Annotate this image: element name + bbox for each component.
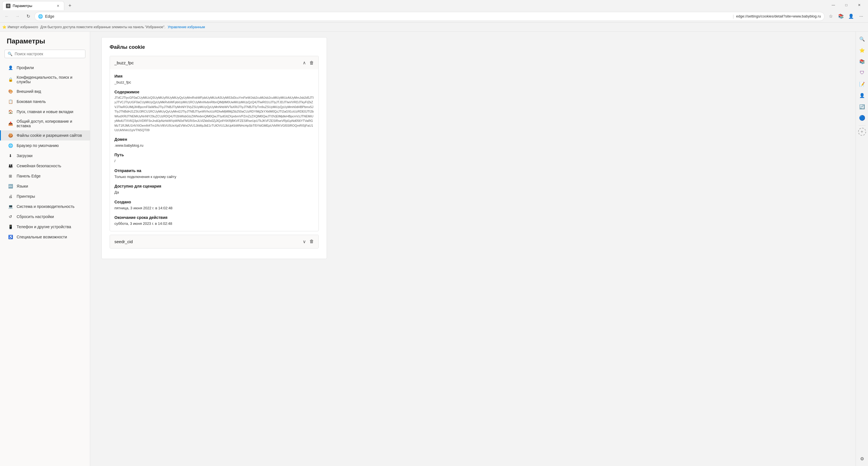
tab-close-button[interactable]: ✕: [56, 3, 61, 8]
right-collections-button[interactable]: 📚: [857, 56, 867, 66]
field-content: Содержимое JTdCJTIycGF0aCUyMiUzQSUyMiUyR…: [115, 90, 314, 133]
cookie-collapse-button-1[interactable]: ∧: [303, 60, 306, 65]
window-controls: — □ ✕: [827, 0, 866, 10]
nav-label-sidebar-panel: Боковая панель: [17, 99, 45, 104]
nav-icon-edge-panel: ⊞: [8, 173, 13, 179]
collections-button[interactable]: 📚: [836, 12, 845, 21]
nav-label-downloads: Загрузки: [17, 153, 32, 158]
address-bar[interactable]: 🌐 Edge | edge://settings/cookies/detail?…: [34, 12, 825, 21]
field-script: Доступно для сценария Да: [115, 184, 314, 195]
cookie-header-2[interactable]: seedr_cid ∨ 🗑: [110, 235, 318, 248]
favorites-button[interactable]: ☆: [826, 12, 835, 21]
field-expires-value: суббота, 3 июня 2023 г. в 14:02:48: [115, 221, 314, 227]
field-path-label: Путь: [115, 153, 314, 157]
nav-icon-privacy: 🔒: [8, 77, 13, 82]
search-input[interactable]: [14, 52, 82, 56]
sidebar-item-profiles[interactable]: 👤 Профили: [0, 63, 90, 73]
profile-button[interactable]: 👤: [846, 12, 856, 21]
refresh-button[interactable]: ↻: [24, 12, 33, 21]
sidebar-item-cookies[interactable]: 🍪 Файлы cookie и разрешения сайтов: [0, 130, 90, 141]
content-area: Параметры 🔍 👤 Профили 🔒 Конфиденциальнос…: [0, 32, 868, 466]
sidebar-item-newtab[interactable]: 🏠 Пуск, главная и новые вкладки: [0, 107, 90, 117]
minimize-button[interactable]: —: [827, 0, 840, 10]
nav-icon-sidebar-panel: 📋: [8, 99, 13, 105]
field-path-value: /: [115, 158, 314, 164]
nav-label-accessibility: Специальные возможности: [17, 235, 67, 239]
sidebar-item-languages[interactable]: 🔤 Языки: [0, 181, 90, 191]
cookie-delete-button-1[interactable]: 🗑: [309, 60, 314, 65]
close-button[interactable]: ✕: [853, 0, 866, 10]
sidebar-item-edge-panel[interactable]: ⊞ Панель Edge: [0, 171, 90, 181]
sidebar-item-sidebar-panel[interactable]: 📋 Боковая панель: [0, 96, 90, 107]
tab-favicon: ⚙: [6, 4, 10, 8]
right-separator: [859, 125, 865, 125]
sidebar-item-privacy[interactable]: 🔒 Конфиденциальность, поиск и службы: [0, 73, 90, 86]
sidebar-item-system[interactable]: 💻 Система и производительность: [0, 201, 90, 211]
sidebar-item-share[interactable]: 📤 Общий доступ, копирование и вставка: [0, 117, 90, 130]
sidebar-item-reset[interactable]: ↺ Сбросить настройки: [0, 211, 90, 222]
cookie-header-1[interactable]: _buzz_fpc ∧ 🗑: [110, 56, 318, 69]
cookie-actions-2: ∨ 🗑: [303, 239, 314, 244]
search-box[interactable]: 🔍: [4, 50, 85, 58]
right-profile-button[interactable]: 👤: [857, 90, 867, 100]
nav-label-printers: Принтеры: [17, 194, 35, 199]
right-shield-button[interactable]: 🛡: [857, 68, 867, 78]
cookie-expand-button-2[interactable]: ∨: [303, 239, 306, 244]
sidebar-item-phone[interactable]: 📱 Телефон и другие устройства: [0, 222, 90, 232]
right-sync-button[interactable]: 🔄: [857, 101, 867, 112]
nav-label-phone: Телефон и другие устройства: [17, 225, 71, 229]
nav-icon-languages: 🔤: [8, 183, 13, 189]
sidebar-item-accessibility[interactable]: ♿ Специальные возможности: [0, 232, 90, 242]
sidebar-item-printers[interactable]: 🖨 Принтеры: [0, 191, 90, 201]
sidebar-nav: 👤 Профили 🔒 Конфиденциальность, поиск и …: [0, 63, 90, 242]
right-edge-button[interactable]: 🔵: [857, 113, 867, 123]
import-icon: ⭐: [2, 25, 6, 29]
nav-icon-appearance: 🎨: [8, 89, 13, 94]
address-divider: |: [733, 14, 734, 19]
field-send-value: Только подключения к одному сайту: [115, 174, 314, 180]
sidebar-item-appearance[interactable]: 🎨 Внешний вид: [0, 86, 90, 96]
field-expires-label: Окончание срока действия: [115, 215, 314, 220]
nav-label-share: Общий доступ, копирование и вставка: [17, 119, 83, 128]
nav-label-languages: Языки: [17, 184, 28, 188]
sidebar-item-family[interactable]: 👨‍👩‍👧 Семейная безопасность: [0, 161, 90, 171]
nav-icon-cookies: 🍪: [8, 133, 13, 138]
nav-actions: ☆ 📚 👤 ···: [826, 12, 866, 21]
nav-label-newtab: Пуск, главная и новые вкладки: [17, 110, 73, 114]
nav-bar: ← → ↻ 🌐 Edge | edge://settings/cookies/d…: [0, 10, 868, 23]
field-created: Создано пятница, 3 июня 2022 г. в 14:02:…: [115, 200, 314, 211]
manage-favorites-link[interactable]: Управление избранным: [168, 25, 205, 29]
nav-icon-accessibility: ♿: [8, 234, 13, 240]
back-button[interactable]: ←: [2, 12, 11, 21]
new-tab-button[interactable]: +: [65, 1, 74, 10]
address-brand: Edge: [45, 14, 731, 19]
field-path: Путь /: [115, 153, 314, 164]
nav-icon-profiles: 👤: [8, 65, 13, 70]
cookie-delete-button-2[interactable]: 🗑: [309, 239, 314, 244]
field-domain-label: Домен: [115, 137, 314, 142]
more-button[interactable]: ···: [857, 12, 866, 21]
nav-icon-printers: 🖨: [8, 194, 13, 199]
maximize-button[interactable]: □: [840, 0, 853, 10]
sidebar-item-downloads[interactable]: ⬇ Загрузки: [0, 151, 90, 161]
right-search-button[interactable]: 🔍: [857, 34, 867, 44]
cookie-section: Файлы cookie _buzz_fpc ∧ 🗑 Имя _buzz_fpc: [101, 37, 327, 259]
settings-tab[interactable]: ⚙ Параметры ✕: [2, 1, 64, 10]
address-brand-icon: 🌐: [38, 14, 43, 19]
field-expires: Окончание срока действия суббота, 3 июня…: [115, 215, 314, 227]
nav-icon-system: 💻: [8, 204, 13, 209]
forward-button[interactable]: →: [13, 12, 22, 21]
field-name-label: Имя: [115, 74, 314, 79]
field-content-value: JTdCJTIycGF0aCUyMiUzQSUyMiUyRiUyMiUyQyUy…: [115, 95, 314, 133]
right-settings-button[interactable]: ⚙: [857, 454, 867, 464]
address-url: edge://settings/cookies/detail?site=www.…: [736, 14, 821, 18]
right-favorites-button[interactable]: ⭐: [857, 45, 867, 55]
nav-icon-reset: ↺: [8, 214, 13, 220]
field-send-label: Отправить на: [115, 168, 314, 173]
sidebar-item-default-browser[interactable]: 🌐 Браузер по умолчанию: [0, 141, 90, 151]
nav-label-default-browser: Браузер по умолчанию: [17, 143, 59, 148]
right-notes-button[interactable]: 📝: [857, 79, 867, 89]
field-name-value: _buzz_fpc: [115, 80, 314, 85]
right-add-button[interactable]: +: [858, 128, 866, 136]
import-favorites-button[interactable]: ⭐ Импорт избранного: [2, 25, 38, 29]
